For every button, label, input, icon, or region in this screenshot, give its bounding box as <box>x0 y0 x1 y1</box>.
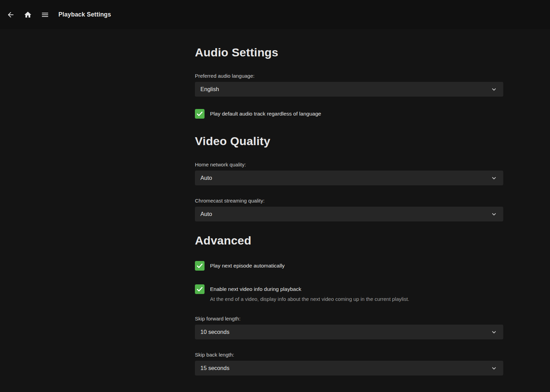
select-value: Auto <box>200 211 212 217</box>
preferred-audio-language-select[interactable]: English <box>195 82 503 97</box>
play-default-audio-checkbox[interactable]: Play default audio track regardless of l… <box>195 109 503 119</box>
next-video-info-checkbox[interactable]: Enable next video info during playback A… <box>195 284 503 303</box>
checkbox-label: Play default audio track regardless of l… <box>210 111 321 117</box>
chromecast-quality-select[interactable]: Auto <box>195 207 503 221</box>
chevron-down-icon <box>490 86 498 93</box>
select-value: English <box>200 86 219 92</box>
app-header: Playback Settings <box>0 0 550 29</box>
chromecast-quality-field: Chromecast streaming quality: Auto <box>195 198 503 221</box>
checkbox-label: Play next episode automatically <box>210 263 285 269</box>
chevron-down-icon <box>490 210 498 218</box>
skip-back-length-select[interactable]: 15 seconds <box>195 361 503 375</box>
skip-forward-length-label: Skip forward length: <box>195 316 503 322</box>
skip-forward-length-field: Skip forward length: 10 seconds <box>195 316 503 339</box>
menu-button[interactable] <box>36 6 54 23</box>
hamburger-menu-icon <box>41 11 49 19</box>
chevron-down-icon <box>490 328 498 336</box>
back-arrow-icon <box>7 11 15 19</box>
back-button[interactable] <box>2 6 19 23</box>
select-value: Auto <box>200 175 212 181</box>
checkbox-label: Enable next video info during playback <box>210 286 301 292</box>
skip-back-length-label: Skip back length: <box>195 352 503 358</box>
playback-settings-form: Audio Settings Preferred audio language:… <box>195 29 503 375</box>
home-button[interactable] <box>19 6 36 23</box>
skip-forward-length-select[interactable]: 10 seconds <box>195 325 503 339</box>
checkbox-checked-icon <box>195 284 205 294</box>
chevron-down-icon <box>490 364 498 372</box>
checkbox-checked-icon <box>195 109 205 119</box>
audio-settings-heading: Audio Settings <box>195 46 503 59</box>
home-icon <box>24 11 32 19</box>
page-title: Playback Settings <box>58 11 111 18</box>
select-value: 10 seconds <box>200 329 229 335</box>
preferred-audio-language-label: Preferred audio language: <box>195 73 503 79</box>
skip-back-length-field: Skip back length: 15 seconds <box>195 352 503 375</box>
home-network-quality-select[interactable]: Auto <box>195 171 503 185</box>
checkbox-checked-icon <box>195 261 205 271</box>
advanced-heading: Advanced <box>195 234 503 247</box>
video-quality-heading: Video Quality <box>195 134 503 148</box>
chromecast-quality-label: Chromecast streaming quality: <box>195 198 503 204</box>
home-network-quality-label: Home network quality: <box>195 162 503 167</box>
select-value: 15 seconds <box>200 365 229 371</box>
home-network-quality-field: Home network quality: Auto <box>195 162 503 185</box>
checkbox-description: At the end of a video, display info abou… <box>210 296 409 303</box>
preferred-audio-language-field: Preferred audio language: English <box>195 73 503 97</box>
chevron-down-icon <box>490 174 498 182</box>
play-next-episode-checkbox[interactable]: Play next episode automatically <box>195 261 503 271</box>
